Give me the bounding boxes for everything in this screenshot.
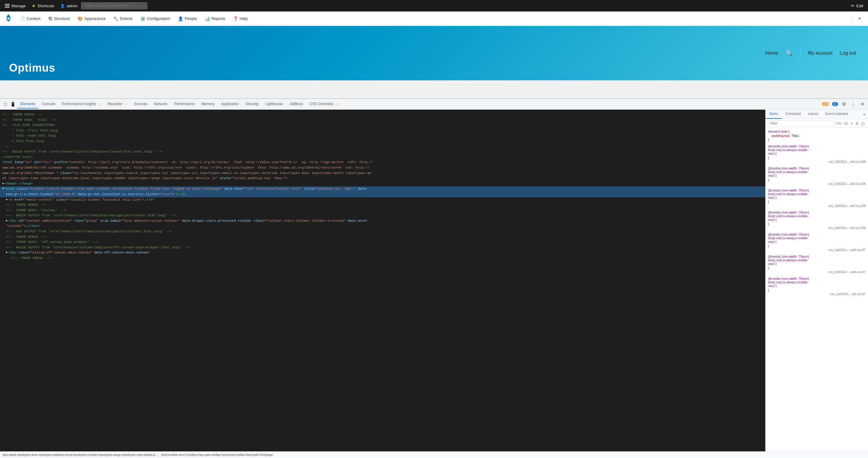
nav-my-account-link[interactable]: My account (808, 51, 833, 56)
code-panel[interactable]: <!-- THEME DEBUG --> <!-- THEME HOOK: 'h… (0, 110, 765, 451)
tab-layout[interactable]: Layout (805, 110, 822, 119)
nav-structure[interactable]: 🏗 Structure (45, 14, 74, 23)
styles-tabs: Styles Computed Layout Event Listeners » (766, 110, 868, 119)
tab-sources[interactable]: Sources (131, 100, 151, 109)
tab-performance[interactable]: Performance (171, 100, 198, 109)
manage-label: Manage (11, 4, 26, 8)
nav-extend[interactable]: 🔧 Extend (110, 14, 136, 23)
tab-more-button[interactable]: » (861, 110, 868, 119)
css-at-rule: @media (min-width: 75rem) (768, 188, 866, 192)
more-options-button[interactable]: ⋮ (849, 101, 857, 108)
styles-content: element.style { padding-top: 79px; } @me… (766, 128, 868, 451)
css-at-rule: @media (min-width: 75rem) (768, 211, 866, 214)
css-rule-media-5: @media (min-width: 75rem) body:not(.is-a… (768, 233, 866, 252)
site-title: Optimus (9, 62, 55, 74)
structure-icon: 🏗 (48, 16, 53, 21)
search-icon[interactable]: 🔍 (785, 50, 793, 57)
css-selector: element.style { (768, 130, 866, 133)
tab-performance-insights[interactable]: Performance insights ⚠ (59, 100, 104, 109)
styles-panel: Styles Computed Layout Event Listeners »… (765, 110, 868, 451)
css-property: padding-top: 79px; (768, 134, 866, 138)
edit-button[interactable]: ✏ Edit (849, 2, 866, 9)
nav-people[interactable]: 👤 People (174, 14, 200, 23)
css-file[interactable]: css_2a6CkUc…at4.css:108 (768, 182, 866, 185)
hov-hint[interactable]: :hov (836, 122, 842, 125)
nav-appearance[interactable]: 🎨 Appearance (74, 14, 109, 23)
css-close-brace: } (768, 288, 866, 292)
tab-security[interactable]: Security (243, 100, 261, 109)
tab-computed[interactable]: Computed (782, 110, 805, 119)
tab-console[interactable]: Console (39, 100, 58, 109)
css-file[interactable]: css_2a6CkUc…at4.css:108 (768, 204, 866, 208)
tab-adblock-label: AdBlock (290, 102, 303, 106)
reports-icon: 📊 (205, 16, 210, 21)
tab-application[interactable]: Application (218, 100, 242, 109)
css-file[interactable]: css_2a6CkUc…at4.css:67 (768, 293, 866, 296)
extend-label: Extend (120, 16, 132, 21)
admin-search-input[interactable] (81, 2, 148, 9)
css-file[interactable]: css_2a6CkUc…oat4.css:67 (768, 248, 866, 252)
code-line: <!-- THEME DEBUG --> (0, 112, 765, 118)
tab-lighthouse-label: Lighthouse (265, 102, 283, 106)
css-close-brace: } (768, 138, 866, 142)
statusbar-left: /pes-week.inputtypes-time.inputtypes-dat… (2, 453, 156, 457)
code-line: <!-- END OUTPUT from 'core/themes/claro/… (0, 229, 765, 235)
recorder-warning-icon: ⚠ (124, 102, 127, 106)
devtools-statusbar: /pes-week.inputtypes-time.inputtypes-dat… (0, 451, 868, 458)
people-icon: 👤 (178, 16, 183, 21)
tab-event-listeners[interactable]: Event Listeners (822, 110, 852, 119)
css-at-rule: @media (min-width: 75rem) (768, 144, 866, 148)
css-selector: body:not(.is-always-mobile-nav) { (768, 258, 866, 266)
tab-performance-label: Performance (174, 102, 195, 106)
add-style-button[interactable]: + (849, 121, 854, 126)
css-file[interactable]: css_2a6CkUc…at4.css:108 (768, 226, 866, 230)
cls-hint[interactable]: .cls (843, 122, 848, 125)
nav-help[interactable]: ❓ Help (229, 14, 251, 23)
tab-lighthouse[interactable]: Lighthouse (262, 100, 286, 109)
site-logo-area: Optimus (0, 26, 97, 80)
perf-warning-icon: ⚠ (98, 102, 101, 106)
tab-network[interactable]: Network (151, 100, 170, 109)
css-rule-element-style: element.style { padding-top: 79px; } (768, 130, 866, 142)
css-selector: body:not(.is-always-mobile-nav) { (768, 148, 866, 155)
inspect-element-button[interactable]: ⬡ (2, 101, 8, 107)
admin-label: admin (67, 4, 78, 8)
toggle-style-button[interactable]: ◻ (861, 121, 866, 126)
styles-filter-input[interactable] (768, 120, 834, 126)
code-line: x html.html.twig (0, 139, 765, 144)
divider (851, 15, 852, 22)
code-line: * html--node.html.twig (0, 133, 765, 139)
nav-button-right[interactable]: ≡ (855, 14, 864, 23)
code-line: <!-- FILE NAME SUGGESTIONS: (0, 123, 765, 128)
tab-elements[interactable]: Elements (17, 100, 38, 109)
event-listeners-tab-label: Event Listeners (826, 112, 848, 115)
copy-style-button[interactable]: ⎘ (855, 121, 859, 126)
hamburger-icon (5, 4, 10, 7)
tab-styles[interactable]: Styles (766, 110, 782, 119)
settings-button[interactable]: ⚙ (840, 101, 847, 108)
content-icon: 📄 (20, 16, 25, 21)
tab-adblock[interactable]: AdBlock (287, 100, 306, 109)
appearance-label: Appearance (84, 16, 105, 21)
shortcuts-button[interactable]: ★ Shortcuts (29, 2, 57, 9)
manage-button[interactable]: Manage (2, 2, 28, 9)
nav-content[interactable]: 📄 Content (16, 14, 44, 23)
close-devtools-button[interactable]: ✕ (859, 101, 866, 108)
nav-reports[interactable]: 📊 Reports (201, 14, 229, 23)
device-toolbar-button[interactable]: 📱 (9, 101, 17, 107)
gray-spacer (0, 80, 868, 98)
tab-css-overview[interactable]: CSS Overview ⚠ (307, 100, 341, 109)
css-file[interactable]: css_2a6CkUc…oat4.css:67 (768, 270, 866, 274)
nav-configuration[interactable]: ⚙️ Configuration (136, 14, 174, 23)
tab-memory[interactable]: Memory (198, 100, 218, 109)
css-at-rule: @media (min-width: 75rem) (768, 166, 866, 170)
tab-recorder[interactable]: Recorder ⚠ (104, 100, 130, 109)
css-close-brace: } (768, 266, 866, 270)
admin-user-button[interactable]: 👤 admin (58, 2, 80, 9)
nav-log-out-link[interactable]: Log out (840, 51, 856, 56)
css-overview-warning-icon: ⚠ (335, 102, 338, 106)
css-file[interactable]: css_2a6CkUc…at4.css:108 (768, 160, 866, 163)
styles-icons: + ⎘ ◻ (849, 121, 866, 126)
nav-home-link[interactable]: Home (765, 51, 778, 56)
shortcuts-label: Shortcuts (37, 4, 54, 8)
